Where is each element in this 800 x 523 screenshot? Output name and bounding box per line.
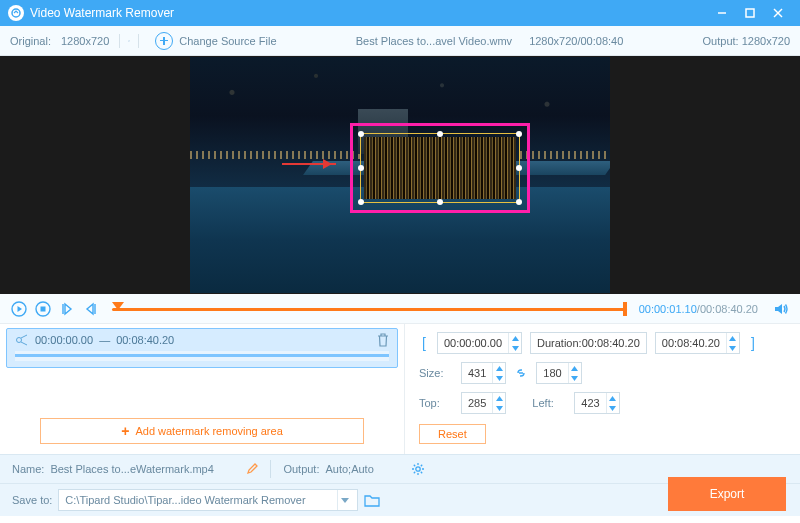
left-input[interactable]: 423 <box>574 392 619 414</box>
segment-icon <box>15 333 29 347</box>
spin-up[interactable] <box>569 363 581 373</box>
add-watermark-area-button[interactable]: + Add watermark removing area <box>40 418 364 444</box>
open-folder-button[interactable] <box>364 494 380 507</box>
plus-icon: + <box>121 423 129 439</box>
current-filename: Best Places to...avel Video.wmv <box>356 35 512 47</box>
total-time: 00:08:40.20 <box>700 303 758 315</box>
resize-handle[interactable] <box>358 165 364 171</box>
size-label: Size: <box>419 367 453 379</box>
spin-up[interactable] <box>607 393 619 403</box>
svg-rect-10 <box>41 306 46 311</box>
plus-icon <box>155 32 173 50</box>
watermark-selection[interactable] <box>350 123 530 213</box>
name-label: Name: <box>12 463 44 475</box>
original-label: Original: <box>10 35 51 47</box>
output-label: Output: <box>703 35 739 47</box>
export-button[interactable]: Export <box>668 477 786 511</box>
spin-up[interactable] <box>509 333 521 343</box>
svg-rect-2 <box>746 9 754 17</box>
output-settings-button[interactable] <box>411 462 425 476</box>
top-input[interactable]: 285 <box>461 392 506 414</box>
left-label: Left: <box>532 397 566 409</box>
segment-end: 00:08:40.20 <box>116 334 174 346</box>
height-input[interactable]: 180 <box>536 362 581 384</box>
spin-up[interactable] <box>493 393 505 403</box>
delete-segment-button[interactable] <box>377 333 389 347</box>
resize-handle[interactable] <box>516 165 522 171</box>
bracket-right-icon: ] <box>748 335 758 351</box>
end-time-input[interactable]: 00:08:40.20 <box>655 332 740 354</box>
svg-point-12 <box>416 467 420 471</box>
resize-handle[interactable] <box>516 199 522 205</box>
segment-item[interactable]: 00:00:00.00 — 00:08:40.20 <box>6 328 398 368</box>
timeline-slider[interactable] <box>112 304 627 314</box>
video-preview-area <box>0 56 800 294</box>
output-format-label: Output: <box>283 463 319 475</box>
saveto-value: C:\Tipard Studio\Tipar...ideo Watermark … <box>65 494 305 506</box>
saveto-label: Save to: <box>12 494 52 506</box>
edit-name-button[interactable] <box>246 463 258 475</box>
reset-button[interactable]: Reset <box>419 424 486 444</box>
duration-input[interactable]: Duration:00:08:40.20 <box>530 332 647 354</box>
file-dim-time: 1280x720/00:08:40 <box>529 35 623 47</box>
resize-handle[interactable] <box>358 131 364 137</box>
resize-handle[interactable] <box>358 199 364 205</box>
resize-handle[interactable] <box>437 131 443 137</box>
segment-range-slider[interactable] <box>15 351 389 361</box>
segments-panel: 00:00:00.00 — 00:08:40.20 + Add watermar… <box>0 324 405 454</box>
video-frame[interactable] <box>190 57 610 293</box>
controls-panel: [ 00:00:00.00 Duration:00:08:40.20 00:08… <box>405 324 800 454</box>
spin-down[interactable] <box>493 373 505 383</box>
saveto-select[interactable]: C:\Tipard Studio\Tipar...ideo Watermark … <box>58 489 358 511</box>
spin-down[interactable] <box>493 403 505 413</box>
bottom-panel: 00:00:00.00 — 00:08:40.20 + Add watermar… <box>0 324 800 454</box>
svg-line-7 <box>129 40 130 41</box>
volume-button[interactable] <box>772 300 790 318</box>
minimize-button[interactable] <box>708 0 736 26</box>
spin-up[interactable] <box>727 333 739 343</box>
svg-point-11 <box>17 338 22 343</box>
segment-start: 00:00:00.00 <box>35 334 93 346</box>
segment-sep: — <box>99 334 110 346</box>
annotation-arrow <box>282 163 336 165</box>
start-time-input[interactable]: 00:00:00.00 <box>437 332 522 354</box>
bracket-left-icon: [ <box>419 335 429 351</box>
output-dimensions: 1280x720 <box>742 35 790 47</box>
set-end-button[interactable] <box>82 300 100 318</box>
app-logo-icon <box>8 5 24 21</box>
spin-down[interactable] <box>607 403 619 413</box>
link-aspect-icon[interactable] <box>514 366 528 380</box>
current-time: 00:00:01.10 <box>639 303 697 315</box>
spin-down[interactable] <box>569 373 581 383</box>
original-dimensions: 1280x720 <box>61 35 109 47</box>
top-label: Top: <box>419 397 453 409</box>
change-source-label: Change Source File <box>179 35 276 47</box>
stop-button[interactable] <box>34 300 52 318</box>
resize-handle[interactable] <box>516 131 522 137</box>
set-start-button[interactable] <box>58 300 76 318</box>
resize-handle[interactable] <box>437 199 443 205</box>
time-display: 00:00:01.10/00:08:40.20 <box>639 303 758 315</box>
output-name-input[interactable] <box>50 463 240 475</box>
titlebar: Video Watermark Remover <box>0 0 800 26</box>
add-area-label: Add watermark removing area <box>135 425 282 437</box>
close-button[interactable] <box>764 0 792 26</box>
play-button[interactable] <box>10 300 28 318</box>
chevron-down-icon <box>337 490 351 510</box>
playback-bar: 00:00:01.10/00:08:40.20 <box>0 294 800 324</box>
preview-toggle-icon[interactable] <box>119 34 139 48</box>
spin-up[interactable] <box>493 363 505 373</box>
width-input[interactable]: 431 <box>461 362 506 384</box>
maximize-button[interactable] <box>736 0 764 26</box>
info-bar: Original: 1280x720 Change Source File Be… <box>0 26 800 56</box>
spin-down[interactable] <box>509 343 521 353</box>
output-format-input[interactable] <box>325 463 405 475</box>
app-title: Video Watermark Remover <box>30 6 708 20</box>
change-source-button[interactable]: Change Source File <box>155 32 276 50</box>
spin-down[interactable] <box>727 343 739 353</box>
